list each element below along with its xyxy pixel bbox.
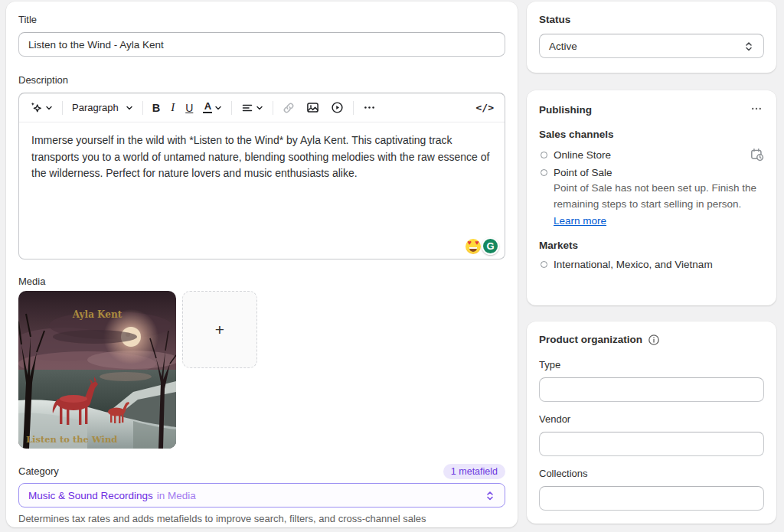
channel-row-point-of-sale: Point of Sale bbox=[539, 167, 764, 178]
play-circle-icon bbox=[331, 101, 344, 114]
channel-bullet-icon bbox=[541, 169, 547, 176]
schedule-calendar-clock-icon[interactable] bbox=[750, 148, 764, 162]
insert-image-button[interactable] bbox=[303, 99, 322, 116]
vendor-input[interactable] bbox=[539, 432, 764, 456]
sparkle-icon bbox=[30, 101, 43, 114]
alignment-dropdown[interactable] bbox=[238, 100, 266, 116]
toolbar-divider bbox=[273, 101, 273, 115]
organization-title: Product organization bbox=[539, 332, 642, 348]
channel-row-online-store: Online Store bbox=[539, 148, 764, 162]
album-artist-text: Ayla Kent bbox=[72, 309, 122, 320]
pos-setup-note: Point of Sale has not been set up. Finis… bbox=[554, 180, 768, 212]
description-text: Immerse yourself in the wild with *Liste… bbox=[31, 134, 489, 179]
collections-input[interactable] bbox=[539, 486, 764, 511]
toolbar-divider bbox=[231, 101, 232, 115]
status-value: Active bbox=[549, 41, 577, 52]
plus-icon: + bbox=[215, 321, 224, 339]
select-updown-icon bbox=[743, 41, 754, 52]
link-icon bbox=[283, 102, 295, 114]
underline-button[interactable]: U bbox=[182, 100, 196, 116]
bold-button[interactable]: B bbox=[149, 100, 163, 116]
sales-channels-heading: Sales channels bbox=[539, 127, 764, 142]
type-label: Type bbox=[539, 357, 764, 373]
paragraph-label: Paragraph bbox=[72, 102, 119, 113]
status-title: Status bbox=[539, 12, 764, 28]
chevron-down-icon bbox=[256, 104, 263, 112]
italic-button[interactable]: I bbox=[168, 99, 178, 116]
status-card: Status Active bbox=[527, 2, 776, 73]
product-organization-card: Product organization Type Vendor Collect… bbox=[527, 321, 776, 524]
ai-magic-button[interactable] bbox=[27, 99, 56, 116]
market-bullet-icon bbox=[541, 261, 547, 268]
toolbar-divider bbox=[62, 101, 63, 115]
editor-corner-widgets: G bbox=[466, 237, 499, 255]
category-value-suffix: in Media bbox=[157, 490, 196, 501]
add-media-button[interactable]: + bbox=[182, 291, 257, 368]
chevron-down-icon bbox=[126, 104, 133, 112]
chevron-down-icon bbox=[45, 104, 53, 112]
select-updown-icon bbox=[485, 490, 495, 501]
title-input[interactable] bbox=[18, 32, 505, 57]
channel-label: Point of Sale bbox=[554, 167, 612, 178]
toolbar-divider bbox=[353, 101, 354, 115]
more-options-button[interactable] bbox=[360, 99, 379, 116]
heart-eyes-emoji-icon bbox=[466, 239, 481, 254]
learn-more-link[interactable]: Learn more bbox=[554, 215, 606, 227]
channel-bullet-icon bbox=[541, 152, 547, 158]
info-icon[interactable] bbox=[648, 334, 660, 346]
product-details-card: Title Description Paragraph bbox=[6, 2, 518, 527]
align-left-icon bbox=[241, 102, 253, 114]
category-label: Category bbox=[18, 464, 59, 479]
description-label: Description bbox=[18, 73, 505, 88]
vendor-label: Vendor bbox=[539, 412, 764, 427]
metafield-badge[interactable]: 1 metafield bbox=[443, 464, 505, 479]
publishing-more-button[interactable] bbox=[749, 101, 764, 119]
media-label: Media bbox=[18, 274, 505, 289]
status-select[interactable]: Active bbox=[539, 34, 764, 58]
category-select[interactable]: Music & Sound Recordings in Media bbox=[18, 483, 505, 508]
markets-row: International, Mexico, and Vietnam bbox=[539, 259, 764, 270]
grammarly-icon[interactable]: G bbox=[482, 237, 499, 255]
album-cover-thumbnail[interactable]: Ayla Kent Listen to the Wind bbox=[18, 291, 176, 449]
text-color-button[interactable]: A bbox=[200, 100, 225, 116]
text-color-a-icon: A bbox=[203, 102, 212, 114]
toolbar-divider bbox=[142, 101, 143, 115]
insert-link-button[interactable] bbox=[279, 100, 298, 116]
channel-label: Online Store bbox=[554, 149, 611, 161]
publishing-card: Publishing Sales channels Online Store P… bbox=[527, 90, 776, 305]
rich-text-editor: Paragraph B I U A bbox=[18, 93, 505, 259]
media-row: Ayla Kent Listen to the Wind + bbox=[18, 291, 505, 449]
title-label: Title bbox=[18, 12, 505, 28]
market-label: International, Mexico, and Vietnam bbox=[554, 259, 713, 270]
horizontal-dots-icon bbox=[750, 103, 763, 117]
image-icon bbox=[306, 101, 319, 114]
album-title-text: Listen to the Wind bbox=[26, 434, 117, 445]
collections-label: Collections bbox=[539, 466, 764, 481]
category-value: Music & Sound Recordings bbox=[28, 490, 153, 501]
album-cover-art: Ayla Kent Listen to the Wind bbox=[18, 291, 176, 449]
markets-heading: Markets bbox=[539, 238, 764, 253]
horizontal-dots-icon bbox=[363, 101, 376, 114]
insert-video-button[interactable] bbox=[328, 99, 347, 116]
chevron-down-icon bbox=[214, 104, 222, 112]
category-helper-text: Determines tax rates and adds metafields… bbox=[18, 513, 505, 524]
show-html-button[interactable]: </> bbox=[473, 100, 497, 116]
editor-toolbar: Paragraph B I U A bbox=[19, 93, 505, 122]
type-input[interactable] bbox=[539, 377, 764, 402]
paragraph-style-dropdown[interactable]: Paragraph bbox=[69, 100, 136, 116]
publishing-title: Publishing bbox=[539, 103, 592, 118]
description-textarea[interactable]: Immerse yourself in the wild with *Liste… bbox=[19, 122, 505, 259]
